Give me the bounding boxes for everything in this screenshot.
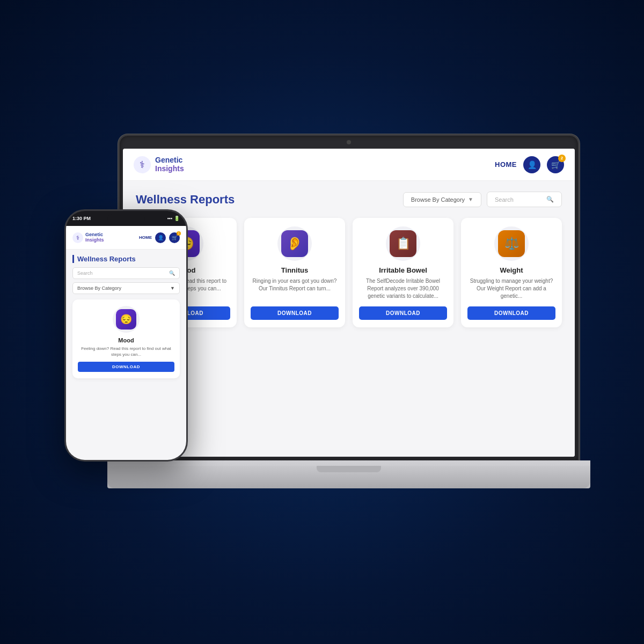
logo-area: ⚕ Genetic Insights xyxy=(134,156,184,173)
logo-name-line2: Insights xyxy=(155,165,184,173)
tinnitus-icon-wrapper: 👂 xyxy=(277,226,312,261)
search-icon: 🔍 xyxy=(546,196,554,203)
cart-icon: 🛒 xyxy=(551,160,560,169)
phone-user-icon-button[interactable]: 👤 xyxy=(155,232,166,243)
phone-time: 1:30 PM xyxy=(72,216,91,221)
report-card-irritable-bowel: 📋 Irritable Bowel The SelfDecode Irritab… xyxy=(353,218,453,327)
browse-by-category-dropdown[interactable]: Browse By Category ▼ xyxy=(403,192,481,207)
phone-search-box[interactable]: Search 🔍 xyxy=(72,267,180,279)
bowel-card-desc: The SelfDecode Irritable Bowel Report an… xyxy=(359,277,447,300)
phone-cart-badge: 2 xyxy=(177,231,181,236)
bowel-icon-wrapper: 📋 xyxy=(386,226,420,261)
phone-search-icon: 🔍 xyxy=(169,270,175,276)
phone-cart-icon-button[interactable]: 🛒 2 xyxy=(169,232,180,243)
page-title: Wellness Reports xyxy=(136,193,235,207)
tinnitus-icon: 👂 xyxy=(287,236,303,251)
battery-icon: 🔋 xyxy=(174,216,180,221)
phone-logo-text: Genetic Insights xyxy=(85,232,104,243)
weight-card-title: Weight xyxy=(500,266,523,274)
phone-content: Wellness Reports Search 🔍 Browse By Cate… xyxy=(66,250,186,384)
phone-logo-name-line2: Insights xyxy=(85,238,104,243)
phone-chevron-down-icon: ▼ xyxy=(170,286,175,291)
laptop-camera xyxy=(347,140,351,144)
cart-icon-button[interactable]: 🛒 2 xyxy=(547,156,564,173)
phone-cart-icon: 🛒 xyxy=(172,235,178,240)
report-card-weight: ⚖️ Weight Struggling to manage your weig… xyxy=(461,218,562,327)
phone-screen: ⚕ Genetic Insights HOME 👤 🛒 2 xyxy=(66,226,186,460)
logo-text: Genetic Insights xyxy=(155,156,184,173)
tinnitus-card-title: Tinnitus xyxy=(281,266,308,274)
phone-mood-desc: Feeling down? Read this report to find o… xyxy=(78,346,174,357)
phone: 1:30 PM ▪▪▪ 🔋 ⚕ Genetic Insights xyxy=(64,209,188,462)
nav-right: HOME 👤 🛒 2 xyxy=(495,156,564,173)
logo-name-line1: Genetic xyxy=(155,156,184,164)
browse-label: Browse By Category xyxy=(411,196,465,203)
phone-browse-label: Browse By Category xyxy=(77,286,121,291)
content-header: Wellness Reports Browse By Category ▼ Se… xyxy=(136,192,562,207)
bowel-card-title: Irritable Bowel xyxy=(379,266,427,274)
phone-browse-dropdown[interactable]: Browse By Category ▼ xyxy=(72,282,180,294)
weight-icon-wrapper: ⚖️ xyxy=(494,226,529,261)
report-card-tinnitus: 👂 Tinnitus Ringing in your ears got you … xyxy=(244,218,345,327)
laptop-screen-inner: ⚕ Genetic Insights HOME 👤 🛒 xyxy=(123,149,575,457)
bowel-icon: 📋 xyxy=(396,237,411,251)
phone-app-header: ⚕ Genetic Insights HOME 👤 🛒 2 xyxy=(66,226,186,250)
wellness-content: Wellness Reports Browse By Category ▼ Se… xyxy=(123,181,575,457)
phone-logo-area: ⚕ Genetic Insights xyxy=(72,232,104,243)
svg-text:⚕: ⚕ xyxy=(140,159,145,170)
phone-user-icon: 👤 xyxy=(158,235,164,240)
user-icon-button[interactable]: 👤 xyxy=(523,156,540,173)
phone-search-placeholder: Search xyxy=(77,270,93,276)
bowel-icon-bg: 📋 xyxy=(390,230,416,257)
phone-nav-right: HOME 👤 🛒 2 xyxy=(139,232,180,243)
phone-mood-title: Mood xyxy=(118,337,134,343)
phone-mood-download-button[interactable]: DOWNLOAD xyxy=(78,362,174,372)
logo-icon: ⚕ xyxy=(134,156,151,173)
tinnitus-card-desc: Ringing in your ears got you down? Our T… xyxy=(251,277,339,300)
phone-page-title: Wellness Reports xyxy=(72,255,180,263)
laptop-notch xyxy=(317,466,381,472)
phone-nav-home-label[interactable]: HOME xyxy=(139,235,152,240)
reports-grid: 😔 Mood Feeling down? Read this report to… xyxy=(136,218,562,327)
weight-download-button[interactable]: DOWNLOAD xyxy=(467,306,555,320)
svg-text:⚕: ⚕ xyxy=(76,235,79,241)
nav-home-label[interactable]: HOME xyxy=(495,160,517,169)
signal-icon: ▪▪▪ xyxy=(167,216,172,221)
cart-badge: 2 xyxy=(558,155,566,162)
phone-status-bar: 1:30 PM ▪▪▪ 🔋 xyxy=(66,211,186,226)
user-icon: 👤 xyxy=(528,160,537,169)
laptop-base xyxy=(107,460,590,488)
phone-mood-icon-bg: 😔 xyxy=(116,309,136,330)
bowel-download-button[interactable]: DOWNLOAD xyxy=(359,306,447,320)
phone-mood-icon-wrapper: 😔 xyxy=(113,306,140,333)
app-header: ⚕ Genetic Insights HOME 👤 🛒 xyxy=(123,149,575,181)
content-controls: Browse By Category ▼ Search 🔍 xyxy=(403,192,562,207)
weight-icon: ⚖️ xyxy=(504,237,519,251)
search-placeholder: Search xyxy=(495,196,514,203)
weight-card-desc: Struggling to manage your weight? Our We… xyxy=(467,277,555,300)
tinnitus-icon-bg: 👂 xyxy=(281,230,308,257)
phone-logo-icon: ⚕ xyxy=(72,232,83,243)
phone-status-icons: ▪▪▪ 🔋 xyxy=(167,216,180,221)
search-box[interactable]: Search 🔍 xyxy=(487,192,562,207)
phone-mood-icon: 😔 xyxy=(120,313,132,325)
laptop-foot xyxy=(107,466,590,488)
chevron-down-icon: ▼ xyxy=(468,196,473,202)
scene: ⚕ Genetic Insights HOME 👤 🛒 xyxy=(64,113,580,531)
phone-dynamic-island xyxy=(107,214,145,224)
phone-report-card-mood: 😔 Mood Feeling down? Read this report to… xyxy=(72,299,180,378)
tinnitus-download-button[interactable]: DOWNLOAD xyxy=(251,306,339,320)
weight-icon-bg: ⚖️ xyxy=(498,230,525,257)
